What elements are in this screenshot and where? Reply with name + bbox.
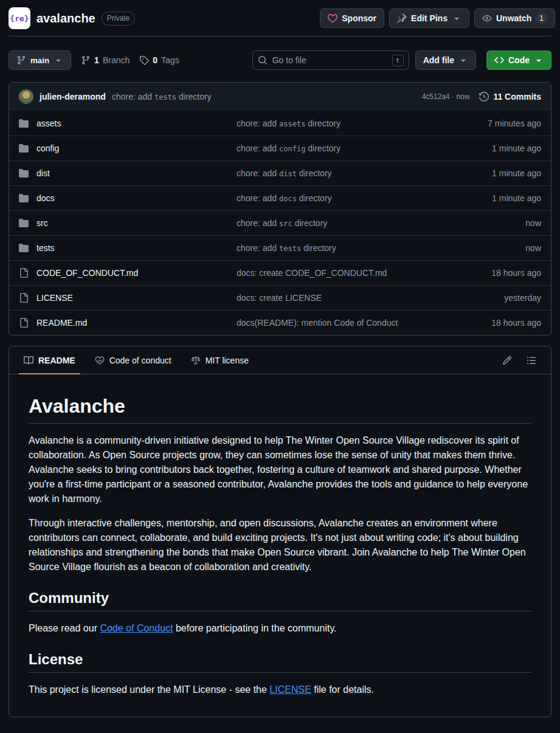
readme-content: Avalanche Avalanche is a community-drive… — [9, 374, 551, 717]
file-name: CODE_OF_CONDUCT.md — [36, 268, 138, 278]
row-msg-text: chore: add — [237, 119, 279, 128]
file-name-cell[interactable]: dist — [19, 168, 237, 178]
pin-icon — [397, 13, 407, 23]
code-button[interactable]: Code — [486, 50, 551, 70]
commit-author[interactable]: julien-deramond — [40, 92, 106, 102]
table-row[interactable]: dist chore: add dist directory 1 minute … — [9, 160, 551, 185]
file-name-cell[interactable]: assets — [19, 119, 237, 128]
row-msg-text: directory — [292, 218, 328, 228]
commit-message-cell[interactable]: chore: add tests directory — [237, 243, 525, 253]
tab-readme-label: README — [38, 356, 75, 365]
commit-history-link[interactable]: 11 Commits — [479, 92, 541, 102]
code-icon — [494, 55, 504, 65]
code-of-conduct-link[interactable]: Code of Conduct — [100, 623, 173, 633]
table-row[interactable]: tests chore: add tests directory now — [9, 235, 551, 260]
commit-time-cell[interactable]: 7 minutes ago — [488, 119, 541, 128]
tag-count: 0 — [153, 55, 157, 65]
sponsor-button[interactable]: Sponsor — [320, 9, 384, 28]
commit-time-cell[interactable]: 1 minute ago — [492, 193, 541, 203]
chevron-down-icon — [534, 55, 544, 65]
row-msg-code: config — [279, 145, 305, 153]
community-heading: Community — [29, 589, 531, 611]
commit-message-cell[interactable]: docs: create LICENSE — [237, 293, 504, 303]
community-text: before participating in the community. — [173, 623, 336, 633]
add-file-button[interactable]: Add file — [415, 50, 476, 70]
commit-message-cell[interactable]: chore: add dist directory — [237, 168, 492, 178]
file-name-cell[interactable]: README.md — [19, 318, 237, 328]
tag-icon — [139, 55, 149, 65]
unwatch-button[interactable]: Unwatch 1 — [474, 9, 555, 28]
license-heading: License — [29, 650, 531, 673]
row-msg-text: directory — [301, 243, 336, 253]
branches-link[interactable]: 1 Branch — [81, 55, 130, 65]
table-row[interactable]: config chore: add config directory 1 min… — [9, 136, 551, 160]
table-row[interactable]: docs chore: add docs directory 1 minute … — [9, 185, 551, 210]
row-msg-text: docs: create LICENSE — [237, 293, 322, 303]
folder-icon — [19, 243, 29, 253]
file-name-cell[interactable]: LICENSE — [19, 293, 237, 303]
repo-toolbar: main 1 Branch 0 Tags t Add file — [9, 50, 551, 70]
readme-tab-bar: README Code of conduct MIT license — [9, 346, 551, 374]
license-text: file for details. — [311, 684, 374, 695]
license-link[interactable]: LICENSE — [269, 684, 311, 695]
author-avatar[interactable] — [19, 89, 33, 104]
table-row[interactable]: CODE_OF_CONDUCT.md docs: create CODE_OF_… — [9, 260, 551, 285]
file-name-cell[interactable]: docs — [19, 193, 237, 203]
commit-message-text: chore: add — [112, 92, 154, 102]
row-msg-text: directory — [297, 193, 332, 203]
branch-selector[interactable]: main — [9, 50, 71, 70]
book-icon — [24, 356, 33, 365]
row-msg-text: directory — [297, 168, 332, 178]
file-name-cell[interactable]: config — [19, 143, 237, 153]
table-row[interactable]: assets chore: add assets directory 7 min… — [9, 111, 551, 136]
table-row[interactable]: src chore: add src directory now — [9, 210, 551, 235]
table-row[interactable]: LICENSE docs: create LICENSE yesterday — [9, 285, 551, 310]
go-to-file-box[interactable]: t — [252, 50, 409, 70]
tags-link[interactable]: 0 Tags — [139, 55, 179, 65]
commit-message-cell[interactable]: chore: add src directory — [237, 218, 525, 228]
edit-readme-button[interactable] — [497, 351, 517, 370]
edit-pins-button[interactable]: Edit Pins — [389, 9, 469, 28]
commit-message[interactable]: chore: add tests directory — [112, 92, 212, 102]
tab-readme[interactable]: README — [14, 346, 85, 374]
visibility-badge: Private — [102, 12, 135, 26]
commit-time-cell[interactable]: 1 minute ago — [492, 168, 541, 178]
outline-button[interactable] — [522, 351, 541, 370]
go-to-file-input[interactable] — [272, 55, 387, 65]
chevron-down-icon — [452, 13, 461, 23]
org-avatar[interactable]: {re} — [9, 7, 30, 29]
row-msg-code: src — [279, 219, 292, 228]
commit-time-cell[interactable]: now — [525, 218, 541, 228]
commit-meta: 4c512a4 · now 11 Commits — [422, 92, 541, 102]
repo-name[interactable]: avalanche — [36, 12, 95, 26]
commit-time-cell[interactable]: now — [525, 243, 541, 253]
commit-message-cell[interactable]: docs(README): mention Code of Conduct — [237, 318, 491, 328]
tab-code-of-conduct[interactable]: Code of conduct — [85, 346, 181, 374]
commit-time-cell[interactable]: yesterday — [504, 293, 541, 303]
commit-sha-time[interactable]: 4c512a4 · now — [422, 92, 470, 101]
commit-time-cell[interactable]: 18 hours ago — [491, 268, 541, 278]
file-icon — [19, 293, 29, 303]
file-name-cell[interactable]: src — [19, 218, 237, 228]
file-name: LICENSE — [36, 293, 73, 303]
commit-message-cell[interactable]: docs: create CODE_OF_CONDUCT.md — [237, 268, 491, 278]
file-name-cell[interactable]: tests — [19, 243, 237, 253]
sponsor-label: Sponsor — [342, 13, 376, 23]
repo-header: {re} avalanche Private Sponsor Edit Pins… — [9, 0, 551, 36]
tab-mit-license[interactable]: MIT license — [181, 346, 258, 374]
file-name-cell[interactable]: CODE_OF_CONDUCT.md — [19, 268, 237, 278]
license-text: This project is licensed under the MIT L… — [29, 684, 269, 695]
law-icon — [191, 356, 201, 365]
file-icon — [19, 318, 29, 328]
table-row[interactable]: README.md docs(README): mention Code of … — [9, 310, 551, 335]
commit-time-cell[interactable]: 18 hours ago — [491, 318, 541, 328]
commit-message-cell[interactable]: chore: add docs directory — [237, 193, 492, 203]
commit-time-cell[interactable]: 1 minute ago — [492, 143, 541, 153]
commit-message-text: directory — [176, 92, 212, 102]
readme-title: Avalanche — [29, 394, 531, 424]
commit-message-cell[interactable]: chore: add config directory — [237, 143, 492, 153]
toolbar-right: t Add file Code — [252, 50, 551, 70]
commit-message-cell[interactable]: chore: add assets directory — [237, 119, 488, 128]
latest-commit-bar: julien-deramond chore: add tests directo… — [9, 83, 551, 111]
header-actions: Sponsor Edit Pins Unwatch 1 — [320, 9, 555, 28]
